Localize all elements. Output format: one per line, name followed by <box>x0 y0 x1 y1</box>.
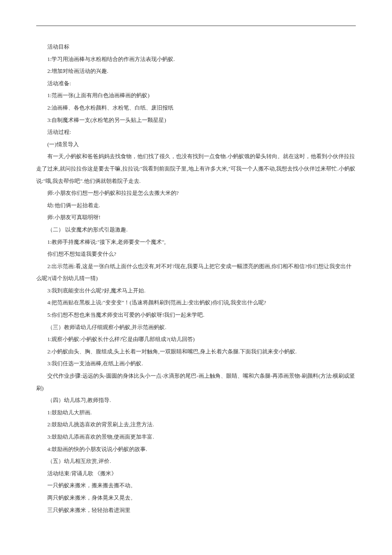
text-line: 2:鼓励幼儿挑选喜欢的背景刷上去,注意方法. <box>36 419 356 431</box>
text-line: 师:小朋友你们想一想小蚂蚁和拉拉是怎么去搬大米的? <box>36 187 356 199</box>
text-line: 5:你们想不想也来当魔术师变出可爱的小蚂蚁呀!我们一起来学吧. <box>36 309 356 321</box>
text-line: 三只蚂蚁来搬米，轻轻抬着进洞里 <box>36 504 356 517</box>
text-line: 活动目标 <box>36 41 356 53</box>
text-line: 3:鼓励幼儿添画喜欢的景物,使画面更加丰富. <box>36 431 356 443</box>
text-line: 2:油画棒、各色水粉颜料、水粉笔、白纸、废旧报纸 <box>36 102 356 114</box>
text-line: （二） 以变魔术的形式引题激趣. <box>36 224 356 236</box>
text-line: 交代作业步骤:远远的头-圆圆的身体比头小一点-水滴形的尾巴-画上触角、眼睛、嘴和… <box>36 370 356 394</box>
text-line: 幼:他们俩一起抬着走. <box>36 199 356 212</box>
text-line: 4:把范画贴在黑板上说:"变变变"！(迅速将颜料刷到范画上:变出蚂蚁)你们说,我… <box>36 297 356 309</box>
text-line: 2:出示范画:看,这是一张白纸上面什么也没有,对不对?现在,我要马上把它变成一幅… <box>36 260 356 285</box>
text-line: 1:教师手持魔术棒说:"接下来,老师要变一个魔术", <box>36 236 356 249</box>
text-line: 4:鼓励画的快的小朋友说说小蚂蚁的故事. <box>36 443 356 456</box>
text-line: 活动过程: <box>36 126 356 139</box>
text-line: 你们想不想知道我要变什么? <box>36 248 356 260</box>
text-line: 一只蚂蚁来搬米，搬来搬去搬不动。 <box>36 480 356 492</box>
text-line: 1:观察小蚂蚁:小蚂蚁长什么样?它是由哪几部组成?(幼儿回答) <box>36 333 356 346</box>
text-line: 1:学习用油画棒与水粉相结合的作画方法表现小蚂蚁. <box>36 53 356 66</box>
text-line: （五）幼儿相互欣赏,评价. <box>36 455 356 468</box>
text-line: 2:小蚂蚁由头、胸、腹组成,头上长着一对触角,一双眼睛和嘴巴,身上长着六条腿.下… <box>36 346 356 358</box>
text-line: (一)情景导入 <box>36 139 356 151</box>
text-line: 有一天,小蚂蚁和爸爸妈妈去找食物，他们找了很久，也没有找到一点食物.小蚂蚁饿的晕… <box>36 150 356 187</box>
text-line: 活动结束:背诵儿歌 《搬米》 <box>36 468 356 480</box>
text-line: 3:自制魔术棒一支(水粉笔的另一头贴上一颗星星) <box>36 114 356 127</box>
document-content: 活动目标 1:学习用油画棒与水粉相结合的作画方法表现小蚂蚁. 2:增加对绘画活动… <box>36 41 356 516</box>
text-line: 两只蚂蚁来搬米，身体晃来又晃去。 <box>36 492 356 504</box>
text-line: 1:鼓励幼儿大胆画. <box>36 407 356 419</box>
text-line: （三）教师请幼儿仔细观察小蚂蚁,并示范画蚂蚁. <box>36 321 356 334</box>
text-line: 师:小朋友可真聪明呀! <box>36 211 356 224</box>
text-line: 3:我到底能变出什么呢?好,魔术马上开始. <box>36 285 356 297</box>
text-line: 3:我们任选一支油画棒,在纸上画小蚂蚁. <box>36 358 356 370</box>
text-line: 1:范画一张(上面有用白色油画棒画的蚂蚁) <box>36 90 356 102</box>
page-divider <box>36 26 356 26</box>
text-line: 2:增加对绘画活动的兴趣. <box>36 65 356 78</box>
text-line: 活动准备: <box>36 78 356 90</box>
text-line: （四）幼儿练习,教师指导. <box>36 394 356 407</box>
